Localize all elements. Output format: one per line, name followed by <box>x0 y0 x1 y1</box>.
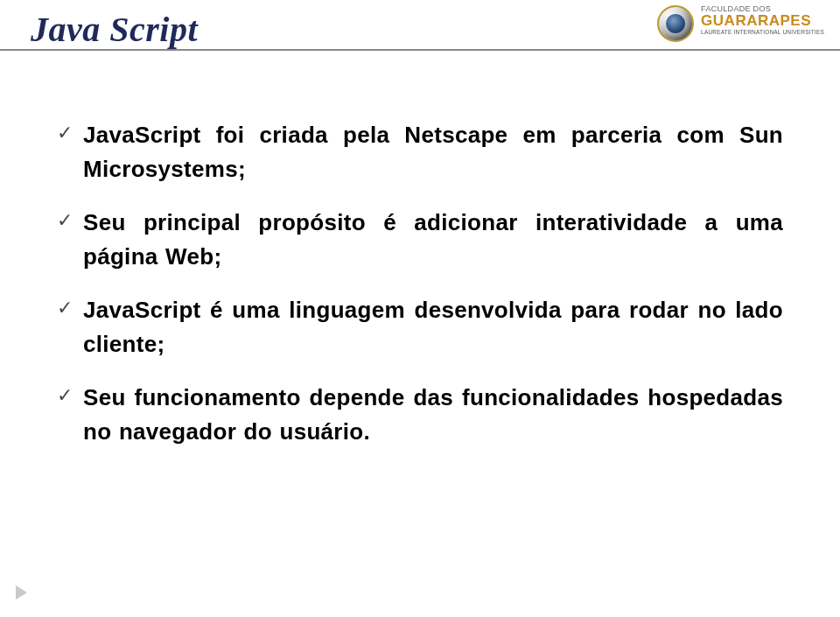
logo-line2: GUARARAPES <box>701 13 824 28</box>
list-item: ✓ JavaScript é uma linguagem desenvolvid… <box>57 293 783 361</box>
title-underline <box>0 49 840 51</box>
logo-line3: LAUREATE INTERNATIONAL UNIVERSITIES <box>701 30 824 36</box>
bullet-text: JavaScript foi criada pela Netscape em p… <box>83 118 783 186</box>
content-area: ✓ JavaScript foi criada pela Netscape em… <box>31 118 792 449</box>
arrow-right-icon <box>16 585 27 599</box>
slide: Java Script FACULDADE DOS GUARARAPES LAU… <box>0 0 840 617</box>
logo-text: FACULDADE DOS GUARARAPES LAUREATE INTERN… <box>701 5 824 36</box>
checkmark-icon: ✓ <box>57 118 73 148</box>
globe-badge-icon <box>657 5 694 42</box>
list-item: ✓ JavaScript foi criada pela Netscape em… <box>57 118 783 186</box>
checkmark-icon: ✓ <box>57 381 73 410</box>
institution-logo: FACULDADE DOS GUARARAPES LAUREATE INTERN… <box>657 5 824 42</box>
bullet-text: Seu principal propósito é adicionar inte… <box>83 206 783 274</box>
checkmark-icon: ✓ <box>57 293 73 323</box>
bullet-text: Seu funcionamento depende das funcionali… <box>83 381 783 449</box>
bullet-text: JavaScript é uma linguagem desenvolvida … <box>83 293 783 361</box>
checkmark-icon: ✓ <box>57 206 73 235</box>
list-item: ✓ Seu funcionamento depende das funciona… <box>57 381 783 449</box>
list-item: ✓ Seu principal propósito é adicionar in… <box>57 206 783 274</box>
